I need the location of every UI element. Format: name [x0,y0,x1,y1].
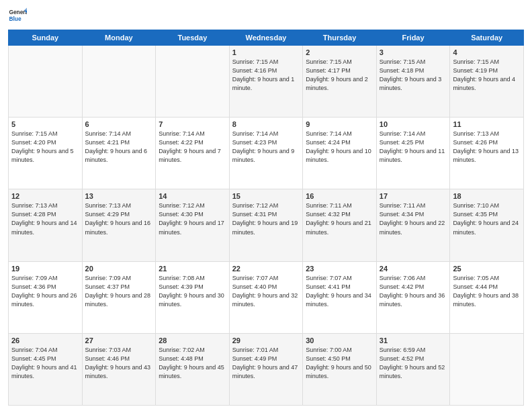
calendar-cell: 28Sunrise: 7:02 AM Sunset: 4:48 PM Dayli… [156,333,230,405]
weekday-header-row: SundayMondayTuesdayWednesdayThursdayFrid… [9,30,524,46]
calendar-cell: 15Sunrise: 7:12 AM Sunset: 4:31 PM Dayli… [229,189,303,261]
day-info: Sunrise: 7:15 AM Sunset: 4:18 PM Dayligh… [380,58,447,93]
calendar-cell: 27Sunrise: 7:03 AM Sunset: 4:46 PM Dayli… [82,333,156,405]
day-info: Sunrise: 7:03 AM Sunset: 4:46 PM Dayligh… [85,346,153,381]
calendar-cell: 3Sunrise: 7:15 AM Sunset: 4:18 PM Daylig… [376,46,450,118]
calendar-cell: 19Sunrise: 7:09 AM Sunset: 4:36 PM Dayli… [9,261,83,333]
day-number: 11 [453,120,521,128]
calendar-cell: 23Sunrise: 7:07 AM Sunset: 4:41 PM Dayli… [303,261,377,333]
day-number: 30 [306,336,373,345]
calendar-cell: 10Sunrise: 7:14 AM Sunset: 4:25 PM Dayli… [376,118,450,189]
weekday-header-sunday: Sunday [9,30,83,46]
week-row-5: 26Sunrise: 7:04 AM Sunset: 4:45 PM Dayli… [9,333,524,405]
day-info: Sunrise: 7:07 AM Sunset: 4:40 PM Dayligh… [232,274,300,309]
day-number: 6 [85,120,153,128]
calendar-cell: 1Sunrise: 7:15 AM Sunset: 4:16 PM Daylig… [229,46,303,118]
day-number: 23 [306,265,373,273]
week-row-3: 12Sunrise: 7:13 AM Sunset: 4:28 PM Dayli… [9,189,524,261]
calendar-cell: 7Sunrise: 7:14 AM Sunset: 4:22 PM Daylig… [156,118,230,189]
week-row-2: 5Sunrise: 7:15 AM Sunset: 4:20 PM Daylig… [9,118,524,189]
day-info: Sunrise: 7:02 AM Sunset: 4:48 PM Dayligh… [159,346,226,381]
calendar-cell [450,333,524,405]
day-info: Sunrise: 7:12 AM Sunset: 4:31 PM Dayligh… [232,201,300,236]
page-container: General Blue SundayMondayTuesdayWednesda… [0,0,532,411]
day-number: 26 [11,336,79,345]
calendar-cell: 12Sunrise: 7:13 AM Sunset: 4:28 PM Dayli… [9,189,83,261]
day-number: 29 [232,336,300,345]
day-number: 19 [11,265,79,273]
calendar-cell [9,46,83,118]
calendar-cell [156,46,230,118]
day-info: Sunrise: 7:04 AM Sunset: 4:45 PM Dayligh… [11,346,79,381]
day-info: Sunrise: 7:11 AM Sunset: 4:34 PM Dayligh… [380,201,447,236]
weekday-header-monday: Monday [82,30,156,46]
day-number: 28 [159,336,226,345]
calendar-cell: 20Sunrise: 7:09 AM Sunset: 4:37 PM Dayli… [82,261,156,333]
calendar-cell: 24Sunrise: 7:06 AM Sunset: 4:42 PM Dayli… [376,261,450,333]
day-info: Sunrise: 7:00 AM Sunset: 4:50 PM Dayligh… [306,346,373,381]
day-info: Sunrise: 7:15 AM Sunset: 4:17 PM Dayligh… [306,58,373,93]
day-number: 27 [85,336,153,345]
day-number: 4 [453,48,521,56]
day-number: 13 [85,192,153,200]
week-row-1: 1Sunrise: 7:15 AM Sunset: 4:16 PM Daylig… [9,46,524,118]
day-number: 17 [380,192,447,200]
day-number: 14 [159,192,226,200]
day-number: 31 [380,336,447,345]
day-number: 8 [232,120,300,128]
calendar-cell [82,46,156,118]
day-info: Sunrise: 7:14 AM Sunset: 4:25 PM Dayligh… [380,130,447,165]
weekday-header-saturday: Saturday [450,30,524,46]
day-info: Sunrise: 7:09 AM Sunset: 4:36 PM Dayligh… [11,274,79,309]
day-info: Sunrise: 7:15 AM Sunset: 4:16 PM Dayligh… [232,58,300,93]
day-info: Sunrise: 7:11 AM Sunset: 4:32 PM Dayligh… [306,201,373,236]
day-info: Sunrise: 7:15 AM Sunset: 4:19 PM Dayligh… [453,58,521,93]
day-number: 24 [380,265,447,273]
day-info: Sunrise: 7:13 AM Sunset: 4:29 PM Dayligh… [85,201,153,236]
logo: General Blue [8,7,27,26]
calendar-cell: 30Sunrise: 7:00 AM Sunset: 4:50 PM Dayli… [303,333,377,405]
day-info: Sunrise: 7:15 AM Sunset: 4:20 PM Dayligh… [11,130,79,165]
day-info: Sunrise: 7:07 AM Sunset: 4:41 PM Dayligh… [306,274,373,309]
logo-icon: General Blue [8,7,27,26]
day-info: Sunrise: 7:05 AM Sunset: 4:44 PM Dayligh… [453,274,521,309]
calendar-cell: 17Sunrise: 7:11 AM Sunset: 4:34 PM Dayli… [376,189,450,261]
day-info: Sunrise: 7:10 AM Sunset: 4:35 PM Dayligh… [453,201,521,236]
day-number: 22 [232,265,300,273]
calendar-cell: 16Sunrise: 7:11 AM Sunset: 4:32 PM Dayli… [303,189,377,261]
calendar-cell: 21Sunrise: 7:08 AM Sunset: 4:39 PM Dayli… [156,261,230,333]
calendar-cell: 2Sunrise: 7:15 AM Sunset: 4:17 PM Daylig… [303,46,377,118]
svg-text:Blue: Blue [9,15,21,22]
calendar-cell: 9Sunrise: 7:14 AM Sunset: 4:24 PM Daylig… [303,118,377,189]
calendar-cell: 22Sunrise: 7:07 AM Sunset: 4:40 PM Dayli… [229,261,303,333]
day-info: Sunrise: 7:13 AM Sunset: 4:26 PM Dayligh… [453,130,521,165]
day-number: 12 [11,192,79,200]
day-number: 2 [306,48,373,56]
day-info: Sunrise: 7:13 AM Sunset: 4:28 PM Dayligh… [11,201,79,236]
day-number: 1 [232,48,300,56]
calendar-cell: 14Sunrise: 7:12 AM Sunset: 4:30 PM Dayli… [156,189,230,261]
day-number: 25 [453,265,521,273]
day-info: Sunrise: 6:59 AM Sunset: 4:52 PM Dayligh… [380,346,447,381]
day-number: 21 [159,265,226,273]
calendar-cell: 25Sunrise: 7:05 AM Sunset: 4:44 PM Dayli… [450,261,524,333]
day-number: 16 [306,192,373,200]
day-number: 15 [232,192,300,200]
day-number: 3 [380,48,447,56]
header: General Blue [8,7,524,26]
week-row-4: 19Sunrise: 7:09 AM Sunset: 4:36 PM Dayli… [9,261,524,333]
day-number: 9 [306,120,373,128]
calendar-cell: 26Sunrise: 7:04 AM Sunset: 4:45 PM Dayli… [9,333,83,405]
day-number: 5 [11,120,79,128]
day-info: Sunrise: 7:14 AM Sunset: 4:22 PM Dayligh… [159,130,226,165]
day-info: Sunrise: 7:14 AM Sunset: 4:21 PM Dayligh… [85,130,153,165]
weekday-header-friday: Friday [376,30,450,46]
day-info: Sunrise: 7:09 AM Sunset: 4:37 PM Dayligh… [85,274,153,309]
day-info: Sunrise: 7:06 AM Sunset: 4:42 PM Dayligh… [380,274,447,309]
day-number: 20 [85,265,153,273]
day-number: 10 [380,120,447,128]
calendar-cell: 29Sunrise: 7:01 AM Sunset: 4:49 PM Dayli… [229,333,303,405]
day-number: 18 [453,192,521,200]
calendar-cell: 8Sunrise: 7:14 AM Sunset: 4:23 PM Daylig… [229,118,303,189]
calendar-cell: 11Sunrise: 7:13 AM Sunset: 4:26 PM Dayli… [450,118,524,189]
